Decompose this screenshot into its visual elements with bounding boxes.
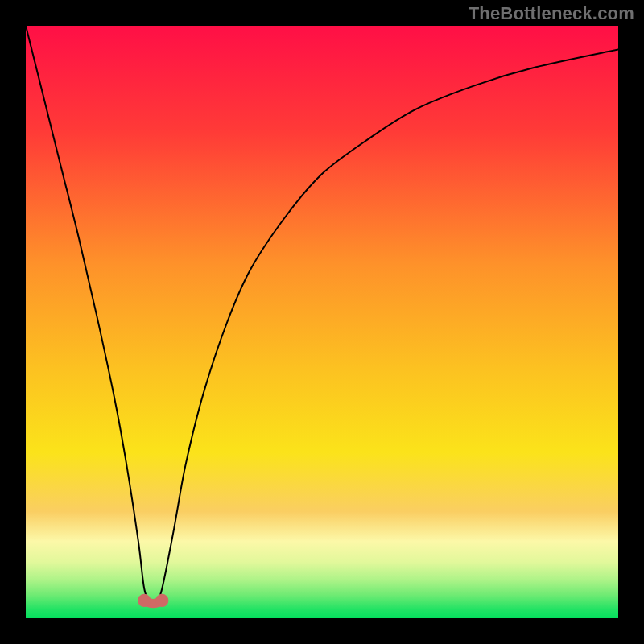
marker-dot [138, 594, 151, 607]
curve-layer [26, 26, 618, 618]
bottleneck-curve [26, 26, 618, 602]
chart-frame: TheBottleneck.com [0, 0, 644, 644]
plot-area [26, 26, 618, 618]
watermark-label: TheBottleneck.com [469, 3, 634, 24]
marker-dot [155, 594, 168, 607]
